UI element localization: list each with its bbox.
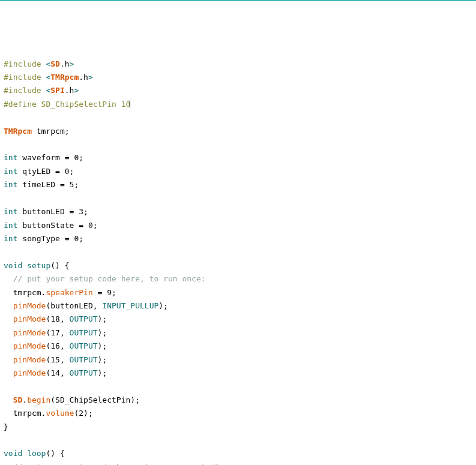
code-token: timeLED = 5; xyxy=(17,180,79,189)
code-token: () { xyxy=(50,261,69,270)
code-token: (17, xyxy=(46,328,69,337)
text-cursor xyxy=(130,100,130,108)
code-token: > xyxy=(74,86,79,95)
code-line: // put your setup code here, to run once… xyxy=(4,272,472,286)
code-token: buttonLED = 3; xyxy=(17,207,88,216)
code-token: pinMode xyxy=(13,314,46,323)
code-token xyxy=(4,301,13,310)
code-line: #include <TMRpcm.h> xyxy=(4,71,472,84)
code-token xyxy=(22,449,27,458)
code-line: int buttonLED = 3; xyxy=(4,205,472,218)
code-token xyxy=(4,395,13,404)
code-line: SD.begin(SD_ChipSelectPin); xyxy=(4,394,472,407)
code-token: = 9; xyxy=(93,288,116,297)
code-token: (16, xyxy=(46,341,69,350)
code-token: int xyxy=(4,234,17,243)
code-token: SPI xyxy=(50,86,64,95)
code-token: #include xyxy=(4,86,46,95)
code-token: pinMode xyxy=(13,328,46,337)
code-token: .h xyxy=(65,86,74,95)
code-token: SD xyxy=(13,395,23,404)
code-token: tmrpcm. xyxy=(4,288,46,297)
code-line: } xyxy=(4,421,472,434)
code-token: pinMode xyxy=(13,355,46,364)
code-token: setup xyxy=(27,261,50,270)
code-token: int xyxy=(4,153,17,162)
code-token: loop xyxy=(27,449,46,458)
code-line: tmrpcm.speakerPin = 9; xyxy=(4,286,472,299)
code-token: ); xyxy=(98,368,107,377)
code-line: int timeLED = 5; xyxy=(4,178,472,191)
code-token: speakerPin xyxy=(46,288,92,297)
code-line: int songType = 0; xyxy=(4,232,472,245)
code-line: tmrpcm.volume(2); xyxy=(4,407,472,420)
code-token: OUTPUT xyxy=(70,368,98,377)
code-line: pinMode(buttonLED, INPUT_PULLUP); xyxy=(4,299,472,313)
code-line xyxy=(4,138,472,151)
code-line: TMRpcm tmrpcm; xyxy=(4,125,472,138)
code-token: (14, xyxy=(46,368,69,377)
code-token: int xyxy=(4,207,17,216)
code-token: ); xyxy=(158,301,168,310)
code-token: (SD_ChipSelectPin); xyxy=(50,395,140,404)
code-token xyxy=(22,261,27,270)
code-token: .h xyxy=(60,59,70,68)
code-token: .h xyxy=(79,73,88,82)
code-token: int xyxy=(4,221,17,230)
code-token: ); xyxy=(98,355,107,364)
code-token: #include xyxy=(4,73,46,82)
code-token: #define SD_ChipSelectPin 10 xyxy=(4,100,130,109)
code-token: pinMode xyxy=(13,368,46,377)
code-line: #include <SD.h> xyxy=(4,58,472,71)
code-token: tmrpcm; xyxy=(32,127,70,136)
code-token: (15, xyxy=(46,355,69,364)
code-token: waveform = 0; xyxy=(17,153,83,162)
code-token xyxy=(4,274,13,283)
code-token: void xyxy=(4,261,22,270)
code-token: tmrpcm. xyxy=(4,409,46,418)
code-token: OUTPUT xyxy=(70,341,98,350)
code-token xyxy=(4,463,13,465)
code-line: pinMode(14, OUTPUT); xyxy=(4,367,472,380)
code-token: (18, xyxy=(46,314,69,323)
code-token: TMRpcm xyxy=(50,73,79,82)
code-token: (buttonLED, xyxy=(46,301,102,310)
code-token: void xyxy=(4,449,22,458)
code-token: () { xyxy=(46,449,64,458)
code-line: pinMode(18, OUTPUT); xyxy=(4,313,472,326)
code-token: > xyxy=(88,73,93,82)
code-editor[interactable]: #include <SD.h>#include <TMRpcm.h>#inclu… xyxy=(4,58,472,465)
code-line xyxy=(4,192,472,205)
code-line: void setup() { xyxy=(4,259,472,272)
code-token: pinMode xyxy=(13,341,46,350)
code-token: volume xyxy=(46,409,74,418)
code-token: TMRpcm xyxy=(4,127,32,136)
code-token: int xyxy=(4,180,17,189)
code-line: void loop() { xyxy=(4,447,472,460)
code-token: ); xyxy=(98,328,107,337)
code-token: qtyLED = 0; xyxy=(17,167,74,176)
code-line xyxy=(4,434,472,447)
code-token: OUTPUT xyxy=(70,328,98,337)
code-line: pinMode(16, OUTPUT); xyxy=(4,340,472,353)
code-line: #define SD_ChipSelectPin 10 xyxy=(4,98,472,111)
code-token: ); xyxy=(98,341,107,350)
code-line: #include <SPI.h> xyxy=(4,84,472,97)
code-token xyxy=(4,314,13,323)
code-line: // put your main code here, to run repea… xyxy=(4,461,472,465)
code-line: pinMode(17, OUTPUT); xyxy=(4,326,472,340)
code-token: (2); xyxy=(74,409,92,418)
code-token: > xyxy=(70,59,74,68)
code-line xyxy=(4,380,472,393)
code-token: . xyxy=(22,395,27,404)
code-token: #include xyxy=(4,59,46,68)
code-line: int buttonState = 0; xyxy=(4,219,472,232)
code-token: begin xyxy=(27,395,50,404)
code-line xyxy=(4,111,472,124)
code-token: OUTPUT xyxy=(70,314,98,323)
code-line: int qtyLED = 0; xyxy=(4,165,472,178)
code-token: ); xyxy=(98,314,107,323)
code-token: // put your setup code here, to run once… xyxy=(13,274,206,283)
code-token: SD xyxy=(50,59,60,68)
code-token: int xyxy=(4,167,17,176)
